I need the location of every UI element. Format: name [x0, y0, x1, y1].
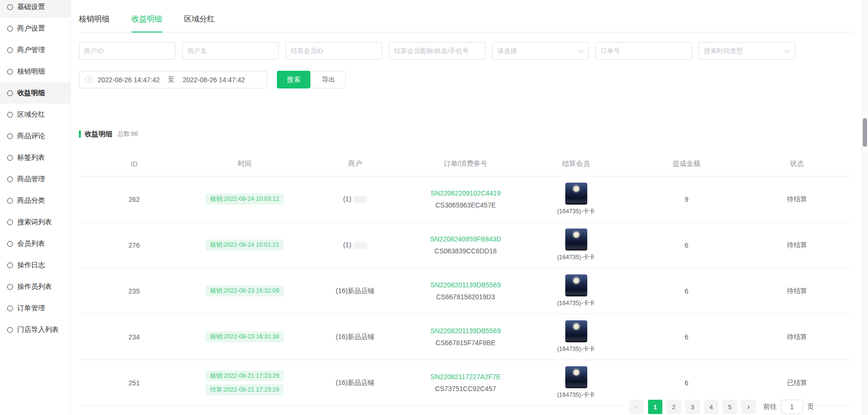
sidebar-item-label: 商户管理	[17, 45, 45, 55]
time-type-select[interactable]: 搜索时间类型	[699, 42, 795, 60]
column-header: 时间	[189, 148, 300, 176]
cell-order: SN22082209102C4419 CS3065963EC457E	[410, 176, 521, 222]
column-header: 商户	[300, 148, 410, 176]
export-button[interactable]: 导出	[311, 71, 346, 88]
sidebar-item[interactable]: 操作日志	[0, 254, 70, 276]
redacted-blob	[353, 242, 367, 249]
cell-time: 核销:2022-08-23 16:32:09	[189, 268, 300, 314]
sidebar-item[interactable]: 区域分红	[0, 104, 70, 125]
sidebar-item[interactable]: 标签列表	[0, 147, 70, 168]
cell-order: SN2208201139DB5569 CS667815F74F8BE	[410, 314, 521, 360]
prev-page-button[interactable]: ‹	[629, 400, 644, 414]
order-no-link[interactable]: SN2208240959FB843D	[410, 235, 521, 243]
tab[interactable]: 收益明细	[132, 14, 162, 33]
cell-time: 核销:2022-08-23 16:31:38	[189, 314, 300, 360]
sidebar-item[interactable]: 基础设置	[0, 0, 70, 18]
member-name: (164735)-卡卡	[557, 391, 595, 399]
time-tag: 核销:2022-08-24 10:03:12	[206, 194, 284, 205]
circle-icon	[7, 133, 13, 139]
merchant-id-input[interactable]	[79, 42, 176, 60]
scrollbar-thumb[interactable]	[863, 118, 867, 147]
sidebar-item-label: 操作日志	[17, 261, 45, 270]
member-avatar	[565, 320, 587, 342]
cell-status: 待结算	[742, 176, 852, 222]
sidebar-item[interactable]: 商户设置	[0, 18, 70, 39]
sidebar-item-label: 订单管理	[17, 304, 45, 313]
sidebar-item[interactable]: 搜索词列表	[0, 211, 70, 233]
page-number-button[interactable]: 2	[667, 400, 681, 414]
time-tag: 核销:2022-08-21 17:23:29	[206, 371, 284, 382]
panel-header: 收益明细 总数:66	[79, 130, 852, 139]
page-number-button[interactable]: 3	[685, 400, 700, 414]
member-name: (164735)-卡卡	[557, 299, 595, 307]
sidebar-item[interactable]: 商品评论	[0, 125, 70, 147]
cell-time: 核销:2022-08-21 17:23:29结算:2022-08-21 17:2…	[189, 360, 300, 406]
cell-member: (164735)-卡卡	[521, 268, 631, 314]
circle-icon	[7, 284, 13, 290]
cell-amount: 9	[631, 176, 742, 222]
member-avatar	[565, 366, 587, 388]
goto-page-input[interactable]	[781, 400, 803, 414]
cell-id: 262	[79, 176, 189, 222]
member-block: (164735)-卡卡	[521, 366, 631, 399]
order-no-input[interactable]	[595, 42, 692, 60]
order-no-link[interactable]: SN22082209102C4419	[410, 189, 521, 197]
coupon-no: CS66781582019D3	[410, 293, 521, 301]
sidebar-item[interactable]: 门店导入列表	[0, 319, 70, 340]
order-no-link[interactable]: SN2208201139DB5569	[410, 281, 521, 289]
member-name: (164735)-卡卡	[557, 253, 595, 262]
date-range-picker[interactable]: 2022-08-26 14:47:42 至 2022-08-26 14:47:4…	[79, 71, 267, 88]
sidebar-item[interactable]: 商户管理	[0, 39, 70, 61]
filter-row-2: 2022-08-26 14:47:42 至 2022-08-26 14:47:4…	[79, 71, 852, 88]
circle-icon	[7, 176, 13, 182]
column-header: 结算会员	[521, 148, 631, 176]
goto-label: 前往	[763, 403, 777, 411]
tab-bar: 核销明细 收益明细 区域分红	[79, 0, 852, 33]
date-separator: 至	[168, 76, 175, 84]
page-number-button[interactable]: 4	[704, 400, 718, 414]
page-number-button[interactable]: 5	[723, 400, 737, 414]
sidebar-item-label: 门店导入列表	[17, 325, 59, 334]
circle-icon	[7, 306, 13, 311]
settle-member-info-input[interactable]	[389, 42, 485, 60]
search-button[interactable]: 搜索	[277, 71, 310, 88]
circle-icon	[7, 155, 13, 161]
sidebar-item[interactable]: 操作员列表	[0, 276, 70, 297]
sidebar-item[interactable]: 核销明细	[0, 61, 70, 82]
merchant-name-input[interactable]	[182, 42, 279, 60]
sidebar-item[interactable]: 收益明细	[0, 82, 70, 104]
cell-order: SN2208201139DB5569 CS66781582019D3	[410, 268, 521, 314]
cell-order: SN22082117227A2F7E CS73751CC92C457	[410, 360, 521, 406]
table-row: 251 核销:2022-08-21 17:23:29结算:2022-08-21 …	[79, 360, 852, 406]
next-page-button[interactable]: ›	[741, 400, 756, 414]
merchant-label: (16)新品店铺	[336, 287, 374, 295]
page-unit-label: 页	[807, 403, 814, 411]
order-no-link[interactable]: SN22082117227A2F7E	[410, 373, 521, 381]
clock-icon	[85, 76, 92, 83]
sidebar-item-label: 商户设置	[17, 24, 45, 33]
cell-merchant: (1)	[300, 176, 410, 222]
tab[interactable]: 核销明细	[79, 14, 110, 32]
chevron-down-icon	[784, 47, 790, 53]
sidebar-item[interactable]: 会员列表	[0, 233, 70, 254]
tab[interactable]: 区域分红	[184, 14, 215, 32]
circle-icon	[7, 47, 13, 53]
revenue-table: ID 时间 商户 订单/消费券号 结算会员 提成金额 状态	[79, 148, 852, 406]
member-block: (164735)-卡卡	[521, 274, 631, 307]
cell-amount: 6	[631, 268, 742, 314]
filter-row-1: 请选择 搜索时间类型	[79, 42, 852, 60]
sidebar-item[interactable]: 商品分类	[0, 190, 70, 211]
member-avatar	[565, 183, 587, 205]
settle-member-id-input[interactable]	[286, 42, 382, 60]
sidebar-item-label: 收益明细	[17, 88, 45, 98]
vertical-scrollbar[interactable]	[862, 0, 868, 415]
member-name: (164735)-卡卡	[557, 208, 595, 216]
merchant-label: (1)	[343, 241, 351, 249]
status-select[interactable]: 请选择	[492, 42, 589, 60]
cell-member: (164735)-卡卡	[521, 222, 631, 268]
sidebar-item[interactable]: 订单管理	[0, 297, 70, 319]
order-no-link[interactable]: SN2208201139DB5569	[410, 327, 521, 335]
cell-member: (164735)-卡卡	[521, 360, 631, 406]
page-number-button[interactable]: 1	[648, 400, 662, 414]
sidebar-item[interactable]: 商品管理	[0, 168, 70, 190]
